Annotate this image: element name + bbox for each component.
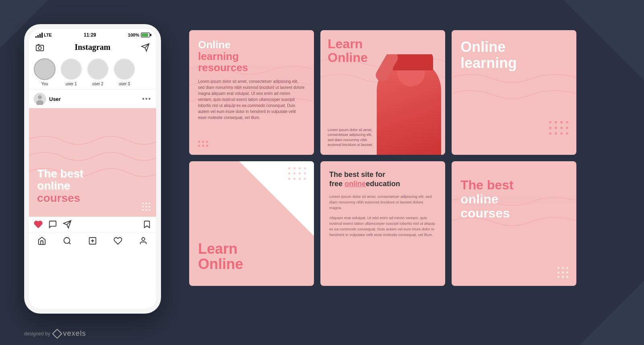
- card-the-best-courses: The best online courses: [452, 161, 576, 286]
- phone-frame: LTE 11:29 100% Instagram: [24, 24, 161, 314]
- vexels-logo: vexels: [54, 329, 86, 338]
- instagram-logo: Instagram: [75, 43, 111, 52]
- story-avatar-3: [114, 58, 135, 80]
- clock: 11:29: [84, 32, 96, 38]
- battery-percent: 100%: [128, 33, 139, 37]
- card3-wave: [452, 30, 576, 155]
- story-avatar-you: [34, 58, 56, 80]
- instagram-header: Instagram: [29, 39, 156, 55]
- lte-label: LTE: [44, 33, 52, 37]
- card4-title: Learn Online: [198, 241, 243, 272]
- card5-title-dark2: education: [366, 180, 400, 188]
- post-user-info: User: [34, 93, 61, 105]
- footer-label: designed by: [24, 331, 50, 337]
- card6-dots: [557, 267, 568, 278]
- svg-rect-0: [36, 45, 43, 51]
- bg-shape-br: [580, 281, 644, 345]
- story-label-1: user 1: [66, 82, 77, 86]
- card5-body1: Lorem ipsum dolor sit amet, consectetuer…: [329, 194, 436, 211]
- card2-body: Lorem ipsum dolor sit amet, consectetuer…: [328, 127, 376, 148]
- card4-title-line1: Learn: [198, 240, 237, 257]
- post-text-line2: online: [37, 179, 70, 192]
- profile-nav-icon[interactable]: [139, 236, 148, 245]
- stories-row: You user 1 user 2 user 3: [29, 55, 156, 90]
- card-online-learning-resources: Online learningresources Lorem ipsum dol…: [189, 30, 314, 155]
- post-header: User •••: [29, 90, 156, 108]
- like-icon[interactable]: [34, 220, 43, 229]
- svg-point-1: [38, 46, 41, 49]
- battery-fill: [142, 33, 148, 37]
- card2-title: Learn Online: [328, 37, 445, 64]
- story-label-you: You: [41, 82, 48, 86]
- add-icon[interactable]: [88, 236, 97, 245]
- post-avatar: [34, 93, 46, 105]
- card4-title-line2: Online: [198, 256, 243, 272]
- card-online-learning: Onlinelearning: [452, 30, 576, 155]
- post-username: User: [49, 96, 61, 102]
- status-right: 100%: [128, 33, 150, 37]
- footer: designed by vexels: [24, 329, 86, 338]
- status-left: LTE: [35, 33, 52, 38]
- card2-title-line1: Learn: [328, 37, 363, 51]
- comment-icon[interactable]: [48, 220, 57, 229]
- search-nav-icon[interactable]: [63, 236, 72, 245]
- vexels-diamond-icon: [52, 329, 62, 339]
- home-icon[interactable]: [37, 236, 46, 245]
- story-label-3: user 3: [119, 82, 130, 86]
- signal-icon: [35, 33, 43, 38]
- story-label-2: user 2: [92, 82, 103, 86]
- card1-dots: [198, 141, 208, 147]
- card-learn-online-person: Learn Online Lorem ipsum dolor sit amet,…: [320, 30, 445, 155]
- share-icon[interactable]: [63, 220, 72, 229]
- card2-person: [371, 54, 445, 155]
- vexels-brand-name: vexels: [63, 329, 86, 338]
- post-actions-left: [34, 220, 72, 229]
- story-user1[interactable]: user 1: [60, 58, 82, 86]
- card-learn-online-diagonal: Learn Online: [189, 161, 314, 286]
- post-image-text: The best online courses: [37, 168, 148, 205]
- story-avatar-1: [60, 58, 82, 80]
- card-best-site-education: The best site forfree onlineeducation Lo…: [320, 161, 445, 286]
- heart-nav-icon[interactable]: [114, 236, 122, 245]
- cards-grid: Online learningresources Lorem ipsum dol…: [189, 30, 576, 286]
- post-actions: [29, 217, 156, 232]
- post-options[interactable]: •••: [142, 95, 151, 103]
- status-bar: LTE 11:29 100%: [29, 29, 156, 39]
- card2-title-line2: Online: [328, 50, 368, 65]
- svg-point-3: [38, 95, 42, 99]
- story-user3[interactable]: user 3: [114, 58, 135, 86]
- story-you[interactable]: You: [34, 58, 56, 86]
- bottom-nav: [29, 232, 156, 252]
- story-user2[interactable]: user 2: [87, 58, 109, 86]
- post-text-line3: courses: [37, 192, 80, 204]
- camera-icon[interactable]: [35, 43, 44, 52]
- battery-icon: [141, 33, 150, 37]
- post-dots-decoration: [142, 203, 150, 211]
- story-avatar-2: [87, 58, 109, 80]
- card3-dots: [549, 121, 568, 135]
- svg-point-10: [142, 238, 145, 240]
- card4-dots: [288, 167, 306, 180]
- bookmark-icon[interactable]: [142, 220, 151, 229]
- phone-screen: LTE 11:29 100% Instagram: [29, 29, 156, 309]
- card5-body2: Aliquam erat volutpat. Ut wisi enim ad m…: [329, 215, 436, 238]
- svg-line-6: [69, 242, 70, 244]
- send-icon[interactable]: [141, 43, 150, 52]
- phone-mockup: LTE 11:29 100% Instagram: [24, 24, 169, 318]
- post-main-text: The best online courses: [37, 168, 148, 205]
- card5-title-pink: online: [345, 180, 366, 188]
- post-image: The best online courses: [29, 108, 156, 217]
- post-text-line1: The best: [37, 167, 83, 180]
- svg-point-5: [64, 238, 70, 244]
- card5-title: The best site forfree onlineeducation: [329, 170, 436, 189]
- card1-wave: [189, 30, 314, 155]
